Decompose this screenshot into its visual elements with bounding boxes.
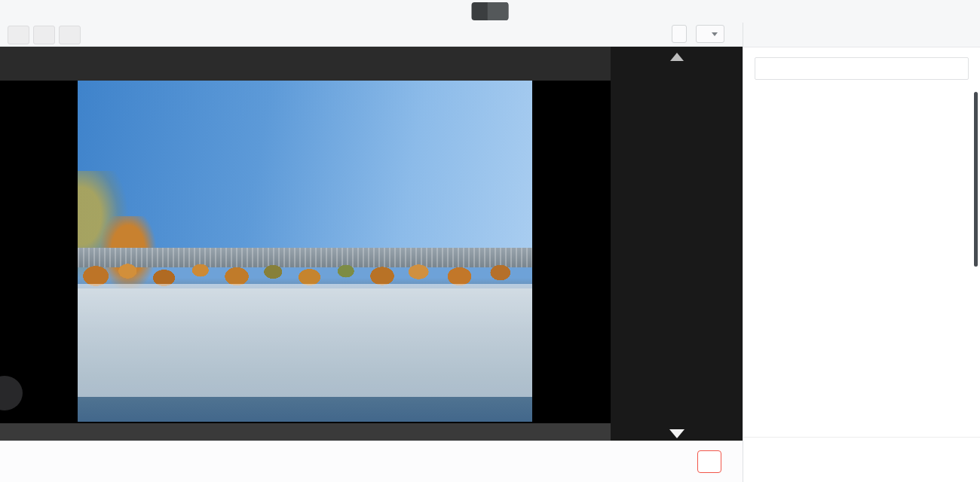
maximize-button[interactable] (930, 0, 953, 23)
statusbar-left-icons (8, 26, 81, 44)
chevron-down-icon (712, 32, 718, 36)
statusbar-right-controls (672, 25, 733, 43)
meeting-statusbar (0, 23, 743, 47)
window-titlebar (0, 0, 980, 23)
security-button[interactable] (33, 26, 55, 44)
bottom-toolbar (0, 441, 743, 482)
leave-meeting-button[interactable] (697, 450, 721, 473)
stage-bottom-strip (0, 423, 611, 441)
scroll-down-arrow-icon[interactable] (669, 429, 684, 438)
banner-menu-button[interactable] (487, 2, 509, 20)
members-panel-footer (743, 437, 980, 482)
screen-share-stage (0, 47, 611, 441)
video-thumbnail-rail (611, 47, 743, 441)
window-controls (908, 0, 975, 23)
view-mode-selector[interactable] (696, 25, 724, 43)
close-button[interactable] (953, 0, 975, 23)
scrollbar-thumb[interactable] (974, 92, 978, 267)
recording-banner (0, 47, 611, 81)
member-search (755, 57, 969, 80)
members-panel-header (743, 23, 980, 47)
member-search-input[interactable] (755, 57, 969, 80)
collapse-thumbnails-button[interactable] (596, 241, 609, 262)
meeting-timer (672, 25, 687, 43)
watching-banner (472, 2, 509, 20)
meeting-info-button[interactable] (8, 26, 29, 44)
member-list (743, 87, 980, 444)
meeting-app-window (0, 0, 980, 482)
minimize-button[interactable] (908, 0, 930, 23)
slide-title-band (78, 284, 532, 397)
side-panel-handle[interactable] (0, 376, 23, 410)
scroll-up-arrow-icon[interactable] (670, 53, 684, 61)
network-quality-button[interactable] (59, 26, 81, 44)
members-panel (743, 23, 980, 482)
shared-slide (78, 81, 532, 422)
